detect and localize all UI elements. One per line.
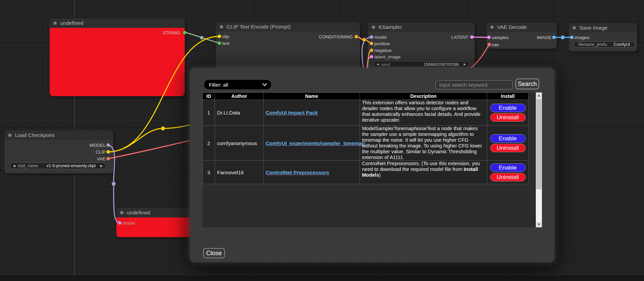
enable-button[interactable]: Enable	[490, 134, 526, 143]
cell-name: ControlNet Preprocessors	[264, 161, 360, 184]
node-ksampler[interactable]: KSampler model positive negative latent_…	[368, 22, 475, 70]
input-slot-negative[interactable]	[370, 49, 373, 52]
widget-value: ComfyUI	[613, 42, 630, 47]
table-row: 2comfyanonymousComfyUI_experiments/sampl…	[203, 126, 529, 161]
reroute-dot[interactable]	[561, 35, 565, 39]
uninstall-button[interactable]: Uninstall	[490, 113, 526, 122]
output-slot-vae[interactable]	[106, 157, 110, 160]
node-title: Save Image	[579, 25, 608, 31]
node-title: VAE Decode	[497, 24, 527, 30]
input-slot-text[interactable]	[218, 41, 221, 45]
column-header: ID	[203, 93, 215, 100]
output-label: VAE	[97, 156, 106, 161]
cell-install: EnableUninstall	[487, 126, 529, 161]
node-vae-decode[interactable]: VAE Decode samples vae IMAGE	[486, 22, 557, 49]
collapse-dot-icon[interactable]	[490, 25, 494, 29]
search-button[interactable]: Search	[515, 78, 539, 89]
extension-link[interactable]: ComfyUI Impact Pack	[266, 110, 318, 116]
output-slot-image[interactable]	[552, 36, 556, 39]
cell-id: 3	[203, 161, 215, 184]
input-slot-positive[interactable]	[370, 42, 373, 45]
search-input[interactable]	[435, 80, 513, 89]
close-button[interactable]: Close	[203, 248, 225, 258]
node-title-bar[interactable]: Load Checkpoint	[4, 130, 113, 140]
input-label: model	[122, 221, 135, 226]
input-label: model	[374, 35, 387, 40]
reroute-dot[interactable]	[112, 182, 116, 186]
extension-table-scroll-area[interactable]: IDAuthorNameDescriptionInstall 1Dr.Lt.Da…	[202, 92, 536, 227]
node-undefined-bottom[interactable]: undefined model	[116, 208, 193, 237]
node-title: Load Checkpoint	[15, 132, 54, 138]
filter-select[interactable]: Filter: all	[204, 80, 271, 89]
output-slot-model[interactable]	[106, 143, 110, 147]
scroll-up-arrow[interactable]	[536, 92, 542, 98]
table-scrollbar[interactable]	[536, 92, 542, 227]
input-label: text	[222, 41, 230, 46]
input-slot-clip[interactable]	[218, 35, 221, 38]
filename-prefix-widget[interactable]: filename_prefix ComfyUI	[573, 41, 635, 48]
cell-author: comfyanonymous	[215, 126, 264, 161]
uninstall-button[interactable]: Uninstall	[490, 173, 526, 181]
node-error-body	[50, 28, 185, 96]
cell-id: 1	[203, 100, 215, 126]
node-title-bar[interactable]: undefined	[116, 208, 193, 217]
collapse-dot-icon[interactable]	[573, 26, 576, 30]
column-header: Description	[360, 93, 487, 100]
scrollbar-thumb[interactable]	[536, 99, 542, 189]
output-slot-conditioning[interactable]	[354, 35, 358, 38]
cell-author: Dr.Lt.Data	[215, 100, 264, 126]
collapse-dot-icon[interactable]	[372, 25, 375, 29]
node-load-checkpoint[interactable]: Load Checkpoint MODEL CLIP VAE ◀ ckpt_na…	[4, 130, 113, 173]
extension-manager-dialog: Filter: all Search IDAuthorNameDescripti…	[190, 68, 555, 262]
column-header: Install	[487, 93, 529, 100]
input-slot-model[interactable]	[370, 35, 373, 39]
node-title-bar[interactable]: CLIP Text Encode (Prompt)	[216, 22, 360, 32]
extension-link[interactable]: ComfyUI_experiments/sampler_tonemap	[266, 140, 365, 146]
triangle-down-icon	[538, 224, 540, 226]
widget-value: v1-5-pruned-emaonly.ckpt	[47, 163, 96, 168]
decrement-arrow-icon[interactable]: ◀	[377, 63, 379, 66]
decrement-arrow-icon[interactable]: ◀	[13, 164, 15, 168]
input-slot-model[interactable]	[118, 221, 121, 225]
output-label: IMAGE	[536, 35, 551, 40]
reroute-dot[interactable]	[200, 36, 204, 40]
reroute-dot[interactable]	[362, 38, 366, 42]
column-header: Author	[215, 93, 264, 100]
node-title-bar[interactable]: Save Image	[569, 23, 637, 33]
node-clip-text-encode[interactable]: CLIP Text Encode (Prompt) clip text COND…	[216, 22, 360, 68]
node-title-bar[interactable]: VAE Decode	[486, 22, 557, 32]
increment-arrow-icon[interactable]: ▶	[100, 164, 103, 168]
collapse-dot-icon[interactable]	[53, 21, 57, 25]
node-undefined-top[interactable]: undefined STRING	[50, 18, 185, 96]
reroute-dot[interactable]	[161, 126, 165, 130]
table-row: 3Fannovel16ControlNet PreprocessorsContr…	[203, 161, 529, 184]
collapse-dot-icon[interactable]	[220, 25, 223, 29]
canvas-bottom-edge	[0, 276, 644, 281]
uninstall-button[interactable]: Uninstall	[490, 144, 526, 152]
output-slot-string[interactable]	[183, 31, 186, 34]
extension-link[interactable]: ControlNet Preprocessors	[266, 170, 329, 175]
input-slot-samples[interactable]	[487, 36, 491, 39]
ckpt-name-widget[interactable]: ◀ ckpt_name v1-5-pruned-emaonly.ckpt ▶	[10, 162, 106, 169]
node-save-image[interactable]: Save Image images filename_prefix ComfyU…	[569, 23, 637, 51]
input-slot-latent-image[interactable]	[370, 55, 373, 58]
output-label: STRING	[163, 30, 180, 35]
input-label: vae	[492, 42, 499, 47]
increment-arrow-icon[interactable]: ▶	[464, 63, 466, 66]
node-title-bar[interactable]: KSampler	[368, 22, 475, 32]
scroll-down-arrow[interactable]	[536, 222, 542, 227]
widget-label: seed	[381, 62, 390, 67]
triangle-up-icon	[538, 94, 540, 96]
output-slot-latent[interactable]	[470, 35, 474, 39]
seed-widget[interactable]: ◀ seed 156680208700286 ▶	[373, 61, 469, 68]
cell-name: ComfyUI Impact Pack	[264, 100, 360, 126]
input-slot-vae[interactable]	[488, 43, 491, 46]
node-title-bar[interactable]: undefined	[50, 18, 185, 28]
output-slot-clip[interactable]	[106, 150, 110, 154]
collapse-dot-icon[interactable]	[8, 134, 12, 137]
table-header-row: IDAuthorNameDescriptionInstall	[203, 93, 529, 100]
input-slot-images[interactable]	[570, 36, 574, 39]
collapse-dot-icon[interactable]	[120, 211, 123, 214]
enable-button[interactable]: Enable	[490, 163, 526, 172]
enable-button[interactable]: Enable	[490, 104, 526, 112]
